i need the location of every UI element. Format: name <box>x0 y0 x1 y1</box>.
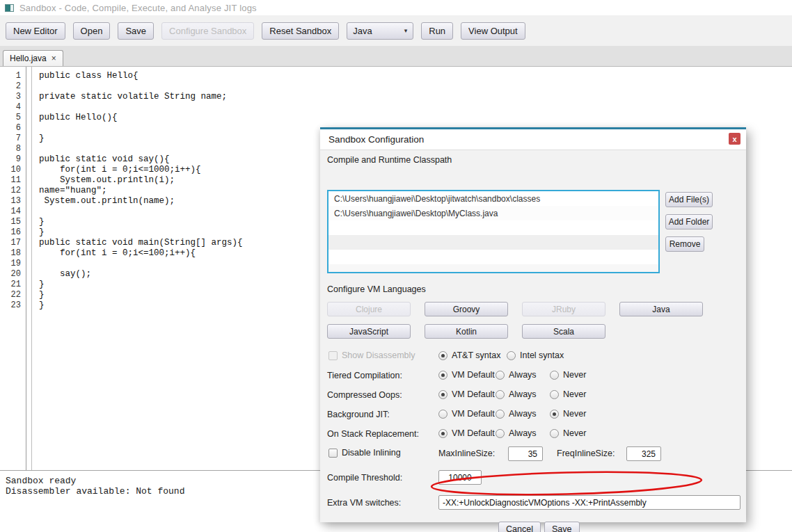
classpath-list[interactable]: C:\Users\huangjiawei\Desktop\jitwatch\sa… <box>327 190 660 273</box>
configure-sandbox-button[interactable]: Configure Sandbox <box>161 22 254 40</box>
radio-icon[interactable] <box>550 410 559 419</box>
radio-bgjit-always[interactable]: Always <box>496 409 537 419</box>
radio-icon[interactable] <box>550 371 559 380</box>
radio-icon[interactable] <box>507 351 516 360</box>
radio-osr-vm-default[interactable]: VM Default <box>438 428 495 438</box>
compressed-oops-label: Compressed Oops: <box>327 390 402 400</box>
classpath-item[interactable]: C:\Users\huangjiawei\Desktop\MyClass.jav… <box>328 206 658 220</box>
background-jit-label: Background JIT: <box>327 410 390 419</box>
option-label: Never <box>563 370 586 380</box>
run-button[interactable]: Run <box>421 22 453 40</box>
add-folder-button[interactable]: Add Folder <box>665 214 713 229</box>
view-output-button[interactable]: View Output <box>461 22 525 40</box>
option-label: Always <box>509 389 537 399</box>
classpath-empty-row <box>328 235 658 250</box>
radio-icon[interactable] <box>438 390 448 399</box>
lang-jruby-button[interactable]: JRuby <box>522 302 605 316</box>
radio-icon[interactable] <box>496 371 505 380</box>
radio-tiered-never[interactable]: Never <box>550 370 586 380</box>
radio-bgjit-vm-default[interactable]: VM Default <box>438 409 495 419</box>
tab-hello-java[interactable]: Hello.java × <box>3 50 63 66</box>
tiered-compilation-label: Tiered Compilation: <box>327 371 402 380</box>
extra-vm-switches-field[interactable] <box>438 495 740 510</box>
radio-osr-always[interactable]: Always <box>496 428 537 438</box>
gutter-divider <box>26 67 32 470</box>
add-files-button[interactable]: Add File(s) <box>665 192 713 207</box>
radio-intel-syntax[interactable]: Intel syntax <box>507 350 564 360</box>
inlining-row: Disable Inlining MaxInlineSize: FreqInli… <box>320 448 746 460</box>
option-label: VM Default <box>452 428 495 438</box>
disable-inlining-checkbox[interactable]: Disable Inlining <box>328 448 401 458</box>
checkbox-icon[interactable] <box>328 351 338 360</box>
sandbox-configuration-dialog: Sandbox Configuration x Compile and Runt… <box>320 127 746 522</box>
cancel-button[interactable]: Cancel <box>498 522 541 532</box>
freq-inline-size-label: FreqInlineSize: <box>557 449 615 458</box>
lang-kotlin-button[interactable]: Kotlin <box>425 324 508 339</box>
tab-close-icon[interactable]: × <box>52 54 56 63</box>
language-dropdown-value: Java <box>353 26 372 36</box>
reset-sandbox-button[interactable]: Reset Sandbox <box>262 22 339 40</box>
background-jit-row: Background JIT: VM Default Always Never <box>320 409 746 421</box>
radio-oops-never[interactable]: Never <box>550 389 586 399</box>
radio-icon[interactable] <box>438 371 448 380</box>
radio-oops-vm-default[interactable]: VM Default <box>438 389 495 399</box>
radio-icon[interactable] <box>438 410 448 419</box>
window-titlebar: Sandbox - Code, Compile, Execute, and An… <box>0 0 792 15</box>
save-button[interactable]: Save <box>118 22 154 40</box>
compile-threshold-field[interactable] <box>438 470 482 485</box>
option-label: Never <box>563 389 586 399</box>
show-disassembly-checkbox[interactable]: Show Disassembly <box>328 350 415 360</box>
option-label: VM Default <box>452 370 495 380</box>
radio-oops-always[interactable]: Always <box>496 389 537 399</box>
save-dialog-button[interactable]: Save <box>544 522 580 532</box>
compressed-oops-row: Compressed Oops: VM Default Always Never <box>320 389 746 402</box>
radio-att-syntax[interactable]: AT&T syntax <box>438 350 500 360</box>
line-number-gutter: 1 2 3 4 5 6 7 8 9 10 11 12 13 14 15 16 1… <box>0 67 26 470</box>
lang-scala-button[interactable]: Scala <box>522 324 605 339</box>
radio-icon[interactable] <box>550 429 559 438</box>
radio-tiered-vm-default[interactable]: VM Default <box>438 370 495 380</box>
lang-javascript-button[interactable]: JavaScript <box>327 324 411 339</box>
dialog-header: Sandbox Configuration x <box>320 129 746 150</box>
lang-groovy-button[interactable]: Groovy <box>425 302 508 316</box>
show-disassembly-label: Show Disassembly <box>342 350 415 360</box>
toolbar: New Editor Open Save Configure Sandbox R… <box>0 15 792 46</box>
freq-inline-size-field[interactable] <box>626 446 661 461</box>
option-label: Never <box>563 428 586 438</box>
radio-icon[interactable] <box>496 429 505 438</box>
on-stack-replacement-row: On Stack Replacement: VM Default Always … <box>320 428 746 441</box>
radio-icon[interactable] <box>438 429 448 438</box>
app-icon <box>5 4 14 12</box>
radio-icon[interactable] <box>438 351 448 360</box>
app-window: Sandbox - Code, Compile, Execute, and An… <box>0 0 792 532</box>
tab-strip: Hello.java × <box>0 46 792 67</box>
open-button[interactable]: Open <box>73 22 111 40</box>
remove-button[interactable]: Remove <box>665 236 704 252</box>
radio-tiered-always[interactable]: Always <box>496 370 537 380</box>
checkbox-icon[interactable] <box>328 449 338 458</box>
option-label: VM Default <box>452 409 495 419</box>
window-title: Sandbox - Code, Compile, Execute, and An… <box>19 3 257 13</box>
tab-label: Hello.java <box>10 54 47 63</box>
dialog-title: Sandbox Configuration <box>328 134 424 145</box>
dialog-body: Compile and Runtime Classpath C:\Users\h… <box>320 150 746 524</box>
classpath-label: Compile and Runtime Classpath <box>327 155 452 165</box>
dialog-close-button[interactable]: x <box>729 133 740 145</box>
radio-osr-never[interactable]: Never <box>550 428 586 438</box>
option-label: VM Default <box>452 389 495 399</box>
lang-clojure-button[interactable]: Clojure <box>327 302 411 316</box>
radio-icon[interactable] <box>496 410 505 419</box>
language-dropdown[interactable]: Java ▾ <box>347 22 413 40</box>
new-editor-button[interactable]: New Editor <box>6 22 65 40</box>
radio-icon[interactable] <box>550 390 559 399</box>
radio-icon[interactable] <box>496 390 505 399</box>
classpath-item[interactable]: C:\Users\huangjiawei\Desktop\jitwatch\sa… <box>328 191 658 206</box>
lang-java-button[interactable]: Java <box>619 302 703 316</box>
radio-bgjit-never[interactable]: Never <box>550 409 586 419</box>
att-syntax-label: AT&T syntax <box>452 350 500 360</box>
compile-threshold-label: Compile Threshold: <box>327 473 402 483</box>
disassembly-row: Show Disassembly AT&T syntax Intel synta… <box>320 350 746 363</box>
option-label: Always <box>509 428 537 438</box>
compile-threshold-row: Compile Threshold: <box>320 472 746 485</box>
max-inline-size-field[interactable] <box>508 446 543 461</box>
